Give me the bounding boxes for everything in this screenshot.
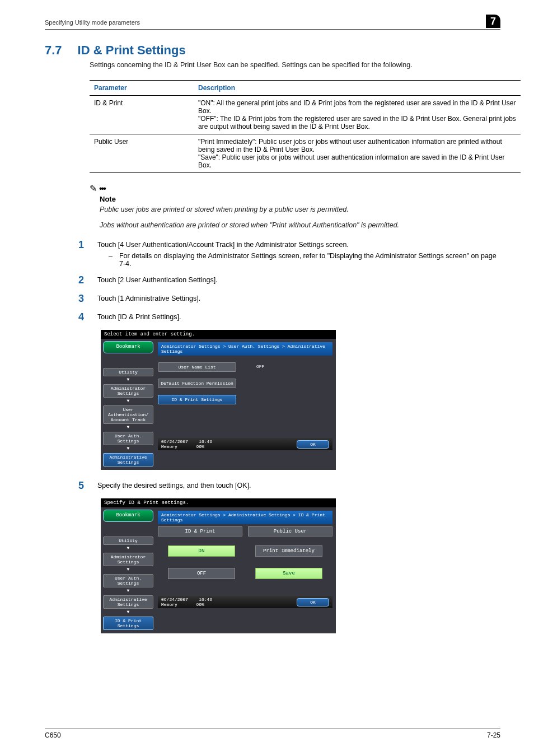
dots-icon: ••• — [99, 184, 105, 194]
note-text: Public user jobs are printed or stored w… — [100, 206, 500, 213]
step-text: Specify the desired settings, and then t… — [97, 480, 500, 489]
bookmark-button[interactable]: Bookmark — [103, 341, 153, 353]
step-number: 3 — [78, 293, 88, 305]
dash-icon: – — [109, 252, 113, 268]
opt-id-print-settings[interactable]: ID & Print Settings — [158, 395, 236, 404]
status-date: 09/24/2007 — [161, 597, 188, 602]
step-text: Touch [2 User Authentication Settings]. — [97, 274, 500, 284]
table-row: ID & Print "ON": All the general print j… — [90, 96, 521, 134]
arrow-down-icon: ▼ — [103, 609, 153, 614]
step-number: 4 — [78, 311, 88, 323]
cell-desc: "Print Immediately": Public user jobs or… — [194, 134, 521, 173]
ok-button[interactable]: OK — [297, 440, 329, 449]
opt-default-function-permission[interactable]: Default Function Permission — [158, 379, 236, 388]
sidebar-utility[interactable]: Utility — [103, 536, 153, 545]
message-bar: Specify ID & Print settings. — [101, 498, 336, 507]
cell-param: Public User — [90, 134, 194, 173]
arrow-down-icon: ▼ — [103, 377, 153, 382]
pen-icon: ✎ — [90, 183, 97, 194]
page-breadcrumb: Specifying Utility mode parameters — [45, 19, 140, 26]
step-number: 2 — [78, 274, 88, 286]
th-description: Description — [194, 81, 521, 96]
sidebar-administrative-settings[interactable]: Administrative Settings — [103, 453, 153, 466]
sidebar-id-print-settings[interactable]: ID & Print Settings — [103, 617, 153, 630]
sidebar-administrative-settings[interactable]: Administrative Settings — [103, 595, 153, 609]
table-row: Public User "Print Immediately": Public … — [90, 134, 521, 173]
step-number: 1 — [78, 239, 88, 251]
step-text: Touch [ID & Print Settings]. — [97, 311, 500, 321]
btn-on[interactable]: ON — [168, 545, 235, 557]
cell-param: ID & Print — [90, 96, 194, 134]
message-bar: Select item and enter setting. — [101, 330, 336, 339]
intro-text: Settings concerning the ID & Print User … — [90, 61, 500, 69]
status-mem-label: Memory — [161, 444, 177, 449]
sidebar-user-auth-settings[interactable]: User Auth. Settings — [103, 432, 153, 445]
sidebar-admin-settings[interactable]: Administrator Settings — [103, 553, 153, 566]
cell-desc: "ON": All the general print jobs and ID … — [194, 96, 521, 134]
section-title: ID & Print Settings — [78, 43, 186, 58]
off-label: OFF — [256, 362, 264, 372]
note-text: Jobs without authentication are printed … — [100, 221, 500, 229]
step-subtext: For details on displaying the Administra… — [119, 252, 500, 268]
sidebar-admin-settings[interactable]: Administrator Settings — [103, 384, 153, 398]
footer-model: C650 — [45, 731, 61, 739]
note-label: Note — [100, 195, 500, 203]
opt-user-name-list[interactable]: User Name List — [158, 362, 236, 372]
status-date: 09/24/2007 — [161, 439, 188, 444]
screenshot-admin-settings: Select item and enter setting. Bookmark … — [101, 330, 336, 470]
btn-off[interactable]: OFF — [168, 568, 235, 579]
chapter-number-badge: 7 — [486, 15, 500, 28]
status-time: 16:49 — [199, 597, 212, 602]
status-mem-label: Memory — [161, 602, 177, 607]
step-text: Touch [1 Administrative Settings]. — [97, 293, 500, 302]
btn-save[interactable]: Save — [255, 568, 322, 579]
step-text: Touch [4 User Authentication/Account Tra… — [97, 241, 349, 249]
status-time: 16:49 — [199, 439, 212, 444]
ok-button[interactable]: OK — [297, 598, 329, 606]
footer-page: 7-25 — [487, 731, 500, 739]
bookmark-button[interactable]: Bookmark — [103, 510, 153, 522]
arrow-down-icon: ▼ — [103, 588, 153, 593]
status-mem-value: 99% — [196, 602, 204, 607]
crumb-bar: Administrator Settings > Administrative … — [158, 511, 332, 524]
sidebar-user-auth-settings[interactable]: User Auth. Settings — [103, 574, 153, 587]
col-public-user: Public User — [248, 526, 332, 536]
arrow-down-icon: ▼ — [103, 567, 153, 572]
arrow-down-icon: ▼ — [103, 424, 153, 430]
sidebar-user-auth-track[interactable]: User Authentication/ Account Track — [103, 405, 153, 424]
btn-print-immediately[interactable]: Print Immediately — [255, 545, 322, 557]
arrow-down-icon: ▼ — [103, 398, 153, 403]
status-mem-value: 99% — [196, 444, 204, 449]
section-number: 7.7 — [45, 43, 62, 58]
crumb-bar: Administrator Settings > User Auth. Sett… — [158, 342, 332, 356]
th-parameter: Parameter — [90, 81, 194, 96]
arrow-down-icon: ▼ — [103, 446, 153, 451]
step-number: 5 — [78, 480, 88, 492]
sidebar-utility[interactable]: Utility — [103, 368, 153, 376]
parameter-table: Parameter Description ID & Print "ON": A… — [90, 80, 521, 173]
col-id-print: ID & Print — [158, 526, 242, 536]
screenshot-id-print-settings: Specify ID & Print settings. Bookmark Ut… — [101, 498, 336, 633]
arrow-down-icon: ▼ — [103, 545, 153, 550]
